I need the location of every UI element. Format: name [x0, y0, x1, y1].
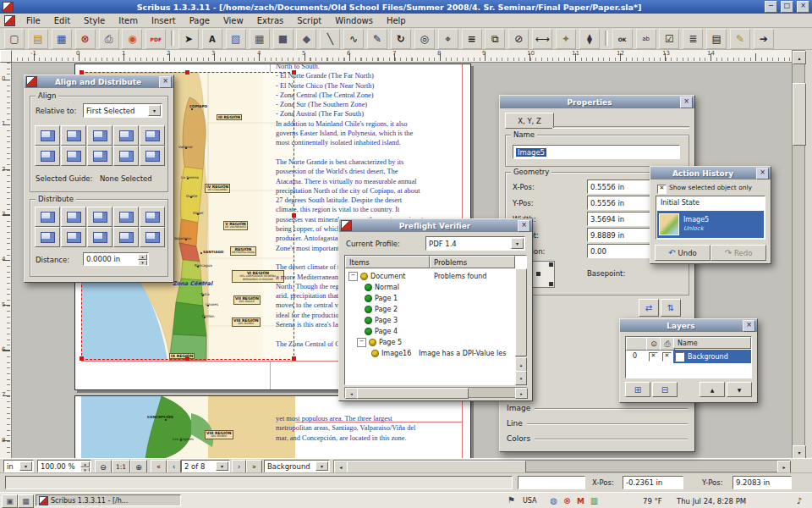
spinner-arrows[interactable]: ▴▾	[138, 254, 147, 264]
problems-column-header[interactable]: Problems	[430, 256, 515, 268]
selection-handle-top-mid[interactable]	[185, 70, 189, 75]
insert-freehand-icon[interactable]: ✎	[367, 29, 387, 49]
scrollbar-thumb[interactable]	[793, 83, 806, 146]
spin-up-icon[interactable]: ▴	[138, 254, 147, 260]
close-icon[interactable]: ×	[680, 97, 693, 108]
image-frame-page2[interactable]: CONCEPCIÓN Los Angeles VIII REGIÓNDEL BI…	[81, 396, 295, 458]
distribute-button-6[interactable]	[35, 227, 60, 247]
basepoint-center[interactable]	[536, 272, 540, 276]
scroll-up-button[interactable]: ▴	[793, 51, 806, 64]
scroll-up-button[interactable]: ▴	[515, 357, 527, 372]
zoom-spinbox[interactable]: 100.00 %▴▾	[37, 460, 91, 472]
tree-vertical-scrollbar[interactable]: ▴ ▾	[515, 268, 526, 384]
chevron-down-icon[interactable]: ▾	[148, 105, 161, 116]
zoom-icon[interactable]: ◎	[414, 29, 435, 49]
align-button-5[interactable]	[140, 125, 165, 146]
chevron-down-icon[interactable]: ▾	[511, 238, 524, 249]
preflight-titlebar[interactable]: Preflight Verifier ×	[339, 219, 532, 232]
preflight-verifier-icon[interactable]: ◉	[122, 29, 142, 49]
profile-combobox[interactable]: PDF 1.4▾	[425, 236, 525, 251]
collapse-icon[interactable]: −	[348, 272, 358, 281]
properties-titlebar[interactable]: Properties ×	[500, 96, 694, 108]
align-button-7[interactable]	[61, 146, 86, 166]
history-item-selected[interactable]: Image5Unlock	[657, 211, 764, 238]
name-field[interactable]: Image5	[513, 145, 680, 159]
weather-label[interactable]: 79 °F	[643, 497, 662, 505]
close-icon[interactable]: ×	[159, 76, 172, 88]
layer-lock-checkbox[interactable]	[675, 352, 684, 362]
mail-tray-icon[interactable]: M	[575, 495, 586, 506]
distribute-button-5[interactable]	[140, 207, 165, 227]
link-text-frames-icon[interactable]: ⧉	[485, 29, 505, 49]
horizontal-scrollbar[interactable]: ◂ ▸	[333, 460, 790, 472]
keyboard-flag-icon[interactable]: ⚑	[508, 495, 515, 505]
close-icon[interactable]: ×	[518, 220, 530, 232]
section-image[interactable]: Image	[507, 402, 688, 414]
align-button-9[interactable]	[113, 146, 139, 166]
pdf-text-field-icon[interactable]: ab	[636, 29, 656, 49]
pdf-list-box-icon[interactable]: ▤	[706, 29, 727, 49]
redo-button[interactable]: ↷Redo	[710, 245, 766, 261]
menu-view[interactable]: View	[217, 14, 250, 27]
minimize-button[interactable]: −	[765, 1, 777, 13]
tree-row-image16[interactable]: Image16 Image has a DPI-Value les	[346, 348, 524, 359]
tree-row-page3[interactable]: Page 3	[346, 315, 517, 326]
menu-item[interactable]: Item	[112, 14, 145, 27]
keyboard-layout-label[interactable]: USA	[523, 497, 537, 505]
tree-row-page4[interactable]: Page 4	[346, 326, 517, 337]
spin-up-icon[interactable]: ▴	[80, 461, 90, 467]
taskbar-window-button[interactable]: Scribus 1.3.3.11 - [/h...	[36, 494, 181, 506]
raise-layer-button[interactable]: ▲	[700, 382, 725, 397]
action-history-titlebar[interactable]: Action History ×	[650, 167, 771, 179]
menu-extras[interactable]: Extras	[250, 14, 291, 27]
basepoint-top-right[interactable]	[549, 262, 553, 267]
vertical-ruler[interactable]: 0 1 2 3 4 5 6 7 8	[0, 63, 12, 458]
print-icon[interactable]: ⎙	[99, 29, 119, 49]
select-item-icon[interactable]: ➤	[178, 29, 199, 49]
scrollbar-thumb[interactable]	[515, 268, 527, 356]
layer-print-checkbox[interactable]: ✕	[662, 352, 672, 362]
workspace-pager-button[interactable]: ▦	[18, 494, 34, 508]
menu-edit[interactable]: Edit	[47, 14, 77, 27]
insert-bezier-icon[interactable]: ∿	[343, 29, 364, 49]
pdf-push-button-icon[interactable]: OK	[612, 29, 633, 49]
scroll-left-button[interactable]: ◂	[345, 388, 358, 399]
menu-help[interactable]: Help	[380, 14, 413, 27]
tree-horizontal-scrollbar[interactable]: ◂ ▸	[344, 387, 527, 398]
align-button-6[interactable]	[35, 146, 60, 166]
menu-script[interactable]: Script	[290, 14, 328, 27]
selection-handle-bottom-mid[interactable]	[185, 356, 189, 361]
scroll-left-button[interactable]: ◂	[334, 461, 348, 473]
edit-contents-icon[interactable]: ⌖	[438, 29, 458, 49]
align-button-1[interactable]	[35, 125, 60, 146]
align-button-3[interactable]	[87, 125, 112, 146]
align-button-2[interactable]	[61, 125, 86, 146]
story-editor-icon[interactable]: ≡	[462, 29, 482, 49]
problems-tree[interactable]: Items Problems − Document Problems found…	[344, 255, 527, 385]
pdf-text-annotation-icon[interactable]: ✎	[730, 29, 750, 49]
network-tray-icon[interactable]: ◍	[548, 495, 559, 506]
distribute-button-7[interactable]	[61, 227, 86, 247]
tree-row-page2[interactable]: Page 2	[346, 304, 517, 315]
insert-table-icon[interactable]: ▦	[250, 29, 270, 49]
basepoint-bottom-right[interactable]	[549, 282, 553, 286]
tree-row-page5[interactable]: − Page 5	[346, 337, 518, 348]
insert-text-frame-icon[interactable]: A	[202, 29, 222, 49]
tree-row-page1[interactable]: Page 1	[346, 293, 517, 304]
eye-dropper-icon[interactable]: ⧫	[579, 29, 600, 49]
unit-combobox[interactable]: in▾	[3, 460, 34, 472]
chevron-down-icon[interactable]: ▾	[19, 461, 32, 471]
menu-page[interactable]: Page	[183, 14, 217, 27]
pdf-combo-box-icon[interactable]: ≣	[683, 29, 703, 49]
align-button-8[interactable]	[87, 146, 112, 166]
save-document-icon[interactable]: ▦	[52, 29, 72, 49]
menu-insert[interactable]: Insert	[145, 14, 183, 27]
pdf-link-annotation-icon[interactable]: ➔	[754, 29, 774, 49]
layer-row-background[interactable]: Background	[673, 350, 751, 363]
relative-to-combobox[interactable]: First Selected▾	[83, 103, 162, 118]
tree-row-document[interactable]: − Document Problems found	[346, 271, 518, 282]
window-menu-icon[interactable]	[4, 15, 15, 26]
horizontal-ruler[interactable]: -1 0 1 2 3 4 5 6 7 8 9 10 11 12 13 14	[12, 50, 792, 63]
align-titlebar[interactable]: Align and Distribute ×	[25, 75, 173, 88]
applications-menu-button[interactable]: ▣	[2, 494, 18, 508]
